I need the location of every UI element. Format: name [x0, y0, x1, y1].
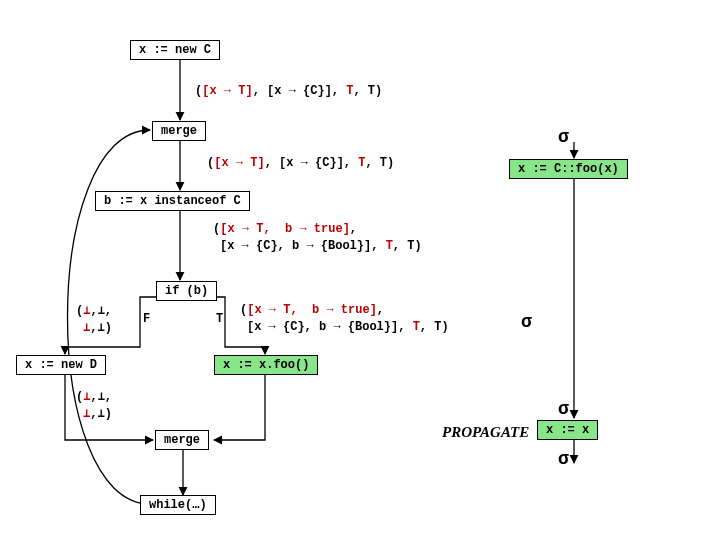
- edge-branch-t-2: [x → {C}, b → {Bool}], T, T): [247, 320, 449, 334]
- sigma-mid-r: σ: [558, 399, 569, 419]
- branch-t-label: T: [216, 312, 223, 326]
- node-instanceof: b := x instanceof C: [95, 191, 250, 211]
- edge-branch-f-1: (⊥,⊥,: [76, 303, 112, 318]
- node-new-d: x := new D: [16, 355, 106, 375]
- node-cfoo: x := C::foo(x): [509, 159, 628, 179]
- node-merge-bot: merge: [155, 430, 209, 450]
- edge-inst-if-2: [x → {C}, b → {Bool}], T, T): [220, 239, 422, 253]
- sigma-top: σ: [558, 127, 569, 147]
- edge-branch-t-1: ([x → T, b → true],: [240, 303, 384, 317]
- edge-newc-merge: ([x → T], [x → {C}], T, T): [195, 84, 382, 98]
- node-if-b: if (b): [156, 281, 217, 301]
- node-while: while(…): [140, 495, 216, 515]
- edge-newd-merge-1: (⊥,⊥,: [76, 389, 112, 404]
- branch-f-label: F: [143, 312, 150, 326]
- sigma-mid-l: σ: [521, 312, 532, 332]
- node-merge-top: merge: [152, 121, 206, 141]
- node-xfoo: x := x.foo(): [214, 355, 318, 375]
- edge-merge-inst: ([x → T], [x → {C}], T, T): [207, 156, 394, 170]
- sigma-bot: σ: [558, 449, 569, 469]
- edge-inst-if-1: ([x → T, b → true],: [213, 222, 357, 236]
- propagate-label: PROPAGATE: [442, 424, 529, 441]
- edge-newd-merge-2: ⊥,⊥): [83, 406, 112, 421]
- edges: [0, 0, 720, 540]
- edge-branch-f-2: ⊥,⊥): [83, 320, 112, 335]
- node-xassign: x := x: [537, 420, 598, 440]
- node-new-c: x := new C: [130, 40, 220, 60]
